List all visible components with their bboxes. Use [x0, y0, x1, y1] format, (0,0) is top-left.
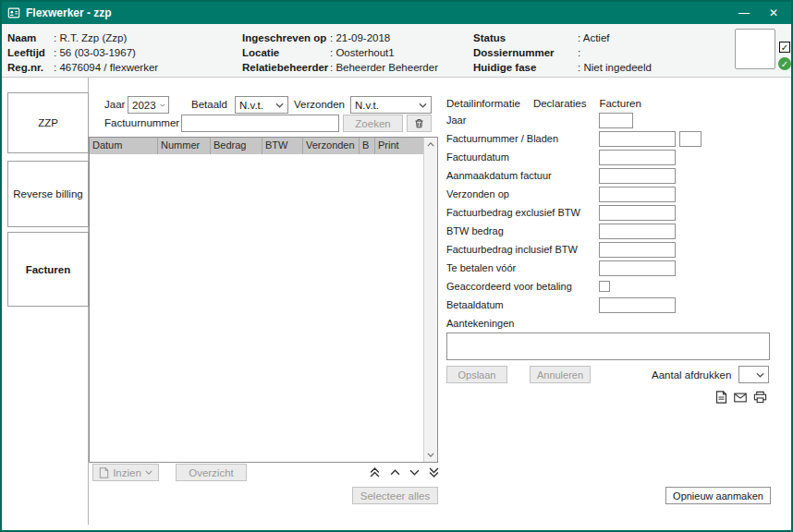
chevron-down-icon — [145, 470, 152, 475]
opnieuw-aanmaken-button[interactable]: Opnieuw aanmaken — [665, 487, 771, 504]
verzonden-dropdown-value: N.v.t. — [355, 100, 379, 111]
print-button[interactable] — [751, 390, 768, 405]
selecteer-alles-button[interactable]: Selecteer alles — [352, 487, 438, 504]
field-label: Leeftijd — [7, 45, 54, 60]
te-betalen-voor-label: Te betalen vóór — [446, 260, 516, 276]
aanmaakdatum-label: Aanmaakdatum factuur — [446, 168, 552, 184]
overzicht-button-label: Overzicht — [189, 467, 234, 478]
betaald-dropdown-value: N.v.t. — [239, 100, 263, 111]
column-header-datum[interactable]: Datum — [90, 138, 158, 154]
verzonden-op-label: Verzonden op — [446, 187, 509, 202]
jaar-dropdown-value: 2023 — [132, 100, 156, 111]
first-record-button[interactable] — [366, 465, 383, 479]
field-value: : Actief — [578, 30, 610, 45]
header-column-1: Naam: R.T. Zzp (Zzp) Leeftijd: 56 (03-03… — [7, 30, 158, 75]
last-record-button[interactable] — [425, 465, 442, 479]
field-label: Dossiernummer — [473, 45, 578, 60]
column-header-nummer[interactable]: Nummer — [158, 138, 211, 154]
zoeken-button[interactable]: Zoeken — [343, 115, 403, 132]
field-value: : Niet ingedeeld — [578, 60, 652, 75]
te-betalen-voor-input[interactable] — [599, 260, 676, 276]
invoice-table: Datum Nummer Bedrag BTW Verzonden B Prin… — [89, 137, 438, 463]
double-chevron-down-icon — [429, 467, 439, 478]
tab-label: ZZP — [38, 116, 58, 129]
delete-button[interactable] — [407, 115, 432, 132]
scroll-up-icon[interactable] — [424, 138, 437, 151]
factuurnummer-filter-label: Factuurnummer — [104, 115, 179, 132]
jaar-dropdown[interactable]: 2023 — [128, 96, 169, 114]
inzien-split-button[interactable]: Inzien — [92, 464, 159, 481]
column-header-b[interactable]: B — [360, 138, 375, 154]
bladen-input[interactable] — [679, 131, 702, 147]
verzonden-dropdown[interactable]: N.v.t. — [350, 96, 432, 114]
table-scrollbar[interactable] — [423, 138, 437, 462]
field-label: Status — [473, 30, 578, 45]
field-value: : 21-09-2018 — [330, 30, 390, 45]
column-header-bedrag[interactable]: Bedrag — [211, 138, 262, 154]
tab-detailinformatie[interactable]: Detailinformatie — [446, 98, 520, 109]
sidebar-tab-zzp[interactable]: ZZP — [7, 92, 89, 153]
field-value: : — [578, 45, 580, 60]
tab-facturen-detail[interactable]: Facturen — [599, 98, 640, 109]
minimize-button[interactable]: — — [732, 6, 756, 19]
email-icon — [734, 393, 747, 403]
betaaldatum-label: Betaaldatum — [446, 297, 504, 313]
aantekeningen-textarea[interactable] — [446, 332, 770, 360]
bedrag-excl-label: Factuurbedrag exclusief BTW — [446, 205, 580, 221]
status-ok-icon: ✓ — [778, 57, 791, 70]
app-window: Flexwerker - zzp — ✕ Naam: R.T. Zzp (Zzp… — [0, 0, 793, 532]
aantekeningen-label: Aantekeningen — [446, 316, 514, 332]
bedrag-excl-input[interactable] — [599, 205, 676, 221]
geaccordeerd-checkbox[interactable] — [599, 281, 610, 292]
aantal-afdrukken-dropdown[interactable] — [738, 366, 769, 383]
jaar-input[interactable] — [599, 113, 633, 128]
opslaan-button[interactable]: Opslaan — [446, 366, 507, 383]
factuurdatum-input[interactable] — [599, 150, 676, 165]
close-button[interactable]: ✕ — [762, 6, 786, 19]
factuurnummer-search-input[interactable] — [181, 115, 339, 132]
person-header: Naam: R.T. Zzp (Zzp) Leeftijd: 56 (03-03… — [2, 24, 791, 78]
betaaldatum-input[interactable] — [599, 297, 676, 313]
email-button[interactable] — [732, 390, 749, 405]
header-column-3: Status: Actief Dossiernummer: Huidige fa… — [473, 30, 652, 75]
print-preview-button[interactable] — [713, 390, 729, 405]
betaald-filter-label: Betaald — [191, 96, 227, 114]
annuleren-button[interactable]: Annuleren — [530, 366, 591, 383]
invoice-table-header: Datum Nummer Bedrag BTW Verzonden B Prin… — [90, 138, 423, 154]
betaald-dropdown[interactable]: N.v.t. — [235, 96, 288, 114]
bedrag-incl-input[interactable] — [599, 242, 676, 258]
geaccordeerd-label: Geaccordeerd voor betaling — [446, 279, 572, 295]
previous-record-button[interactable] — [386, 465, 403, 479]
document-icon — [99, 467, 109, 478]
aanmaakdatum-input[interactable] — [599, 168, 676, 184]
selecteer-alles-label: Selecteer alles — [360, 490, 430, 502]
checked-checkbox-icon[interactable]: ✓ — [779, 42, 790, 53]
window-title: Flexwerker - zzp — [26, 6, 726, 19]
field-label: Locatie — [242, 45, 330, 60]
tab-label: Facturen — [26, 263, 71, 276]
next-record-button[interactable] — [406, 465, 422, 479]
chevron-down-icon — [419, 103, 427, 108]
factuurnummer-input[interactable] — [599, 131, 676, 147]
overzicht-button[interactable]: Overzicht — [176, 464, 247, 481]
column-header-btw[interactable]: BTW — [262, 138, 303, 154]
factuurdatum-label: Factuurdatum — [446, 150, 509, 165]
column-header-print[interactable]: Print — [375, 138, 423, 154]
bedrag-incl-label: Factuurbedrag inclusief BTW — [446, 242, 578, 258]
scroll-down-icon[interactable] — [424, 448, 437, 462]
chevron-down-icon — [275, 103, 284, 108]
sidebar-tab-reverse-billing[interactable]: Reverse billing — [7, 161, 89, 227]
chevron-up-icon — [390, 468, 400, 477]
jaar-label: Jaar — [446, 113, 466, 128]
sidebar-tab-facturen[interactable]: Facturen — [7, 232, 89, 307]
factuurnummer-bladen-label: Factuurnummer / Bladen — [446, 131, 558, 147]
header-column-2: Ingeschreven op: 21-09-2018 Locatie: Oos… — [242, 30, 438, 75]
field-label: Huidige fase — [473, 60, 578, 75]
btw-bedrag-input[interactable] — [599, 224, 676, 239]
verzonden-op-input[interactable] — [599, 187, 676, 202]
column-header-verzonden[interactable]: Verzonden — [303, 138, 360, 154]
btw-bedrag-label: BTW bedrag — [446, 224, 504, 239]
chevron-down-icon — [160, 103, 165, 108]
tab-label: Reverse billing — [13, 187, 82, 200]
tab-declaraties[interactable]: Declaraties — [533, 98, 587, 109]
